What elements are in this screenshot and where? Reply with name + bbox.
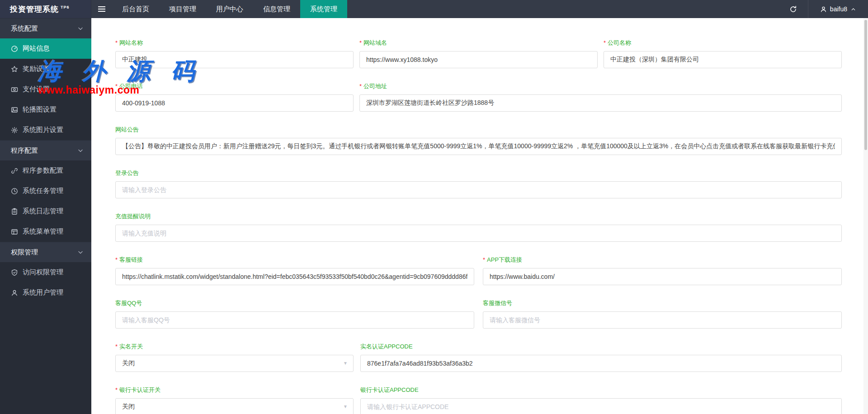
user-menu[interactable]: baifu8: [808, 0, 868, 18]
star-icon: [11, 66, 18, 73]
tab-projects[interactable]: 项目管理: [159, 0, 206, 18]
sidebar-item-label: 系统菜单管理: [23, 227, 63, 236]
sidebar-item-system-images[interactable]: 系统图片设置: [0, 120, 91, 140]
sidebar-item-program-params[interactable]: 程序参数配置: [0, 160, 91, 181]
sidebar-section-program-config[interactable]: 程序配置: [0, 140, 91, 160]
sidebar-item-label: 支付设置: [23, 85, 50, 94]
field-app-download-link: *APP下载连接: [483, 256, 842, 285]
required-asterisk: *: [604, 39, 606, 46]
sidebar-item-system-logs[interactable]: 系统日志管理: [0, 201, 91, 221]
field-company-phone: *公司电话: [115, 82, 354, 112]
required-asterisk: *: [359, 39, 362, 46]
sidebar-item-carousel-settings[interactable]: 轮播图设置: [0, 99, 91, 120]
field-label: 银行卡认证APPCODE: [360, 386, 419, 393]
sidebar-item-system-menus[interactable]: 系统菜单管理: [0, 221, 91, 242]
company-phone-input[interactable]: [115, 94, 354, 112]
tab-user-center[interactable]: 用户中心: [206, 0, 253, 18]
select-value: 关闭: [122, 403, 135, 411]
dropdown-arrow-icon: ▼: [343, 405, 348, 409]
sidebar-item-site-info[interactable]: 网站信息: [0, 38, 91, 59]
tab-dashboard[interactable]: 后台首页: [112, 0, 159, 18]
login-announcement-input[interactable]: [115, 181, 842, 198]
required-asterisk: *: [115, 83, 118, 89]
top-header: 投资管理系统 TP6 后台首页 项目管理 用户中心 信息管理 系统管理 baif…: [0, 0, 868, 18]
site-name-input[interactable]: [115, 51, 354, 68]
required-asterisk: *: [483, 256, 485, 263]
sidebar-item-system-users[interactable]: 系统用户管理: [0, 282, 91, 303]
field-label: 公司电话: [119, 83, 143, 89]
service-qq-input[interactable]: [115, 311, 474, 329]
bankcard-appcode-input[interactable]: [360, 398, 842, 414]
select-value: 关闭: [122, 359, 135, 367]
field-site-name: *网站名称: [115, 39, 354, 68]
app-download-link-input[interactable]: [483, 268, 842, 285]
main-content: *网站名称 *网站域名 *公司名称 *公司电话 *公司地址: [91, 18, 868, 414]
field-realname-appcode: 实名认证APPCODE: [360, 343, 842, 372]
app-title: 投资管理系统: [10, 4, 59, 14]
chevron-up-icon: [850, 6, 856, 12]
sidebar-toggle-icon[interactable]: [91, 0, 112, 18]
dropdown-arrow-icon: ▼: [343, 361, 348, 366]
bankcard-switch-select[interactable]: 关闭 ▼: [115, 398, 354, 414]
field-label: 网站域名: [363, 39, 387, 46]
sidebar-item-access-permissions[interactable]: 访问权限管理: [0, 262, 91, 282]
realname-switch-select[interactable]: 关闭 ▼: [115, 355, 354, 372]
sidebar-item-label: 系统用户管理: [23, 288, 63, 297]
required-asterisk: *: [115, 343, 118, 350]
menu-icon: [11, 228, 18, 235]
scrollbar-thumb[interactable]: [864, 20, 867, 150]
field-recharge-notice: 充值提醒说明: [115, 212, 842, 242]
sidebar-item-system-tasks[interactable]: 系统任务管理: [0, 181, 91, 201]
field-label: 客服QQ号: [115, 300, 142, 306]
sidebar-item-reward-settings[interactable]: 奖励设置: [0, 59, 91, 79]
field-label: 网站公告: [115, 126, 139, 133]
company-address-input[interactable]: [359, 94, 842, 112]
app-logo: 投资管理系统 TP6: [0, 0, 91, 18]
image-icon: [11, 106, 18, 113]
tab-information[interactable]: 信息管理: [253, 0, 300, 18]
required-asterisk: *: [115, 256, 118, 263]
field-service-wechat: 客服微信号: [483, 299, 842, 329]
field-service-link: *客服链接: [115, 256, 474, 285]
field-label: 银行卡认证开关: [119, 386, 160, 393]
top-nav: 后台首页 项目管理 用户中心 信息管理 系统管理: [112, 0, 347, 18]
field-site-domain: *网站域名: [359, 39, 598, 68]
sidebar-section-permissions[interactable]: 权限管理: [0, 242, 91, 262]
company-name-input[interactable]: [604, 51, 842, 68]
field-label: 实名开关: [119, 343, 143, 350]
tab-system[interactable]: 系统管理: [300, 0, 347, 18]
shield-icon: [11, 269, 18, 276]
dashboard-icon: [11, 45, 18, 52]
recharge-notice-input[interactable]: [115, 225, 842, 242]
site-announcement-input[interactable]: [115, 138, 842, 155]
field-site-announcement: 网站公告: [115, 126, 842, 155]
sidebar-item-payment-settings[interactable]: 支付设置: [0, 79, 91, 99]
sidebar-item-label: 轮播图设置: [23, 105, 57, 114]
chevron-down-icon: [77, 147, 84, 154]
sidebar-item-label: 访问权限管理: [23, 268, 63, 277]
username: baifu8: [830, 5, 847, 13]
realname-appcode-input[interactable]: [360, 355, 842, 372]
site-info-form: *网站名称 *网站域名 *公司名称 *公司电话 *公司地址: [91, 18, 868, 414]
service-link-input[interactable]: [115, 268, 474, 285]
sidebar-section-system-config[interactable]: 系统配置: [0, 18, 91, 38]
field-label: 客服微信号: [483, 300, 512, 306]
sidebar-item-label: 奖励设置: [23, 65, 50, 73]
log-icon: [11, 208, 18, 215]
field-label: 公司名称: [608, 39, 631, 46]
field-realname-switch: *实名开关 关闭 ▼: [115, 343, 354, 372]
refresh-icon[interactable]: [779, 0, 808, 18]
sidebar-item-label: 系统日志管理: [23, 207, 63, 216]
app-version-badge: TP6: [61, 5, 70, 9]
service-wechat-input[interactable]: [483, 311, 842, 329]
site-domain-input[interactable]: [359, 51, 598, 68]
section-label: 系统配置: [11, 24, 38, 33]
sidebar-item-label: 系统任务管理: [23, 187, 63, 195]
field-bankcard-appcode: 银行卡认证APPCODE: [360, 386, 842, 414]
field-label: 客服链接: [119, 256, 143, 263]
field-label: 网站名称: [119, 39, 143, 46]
section-label: 程序配置: [11, 146, 38, 155]
user-avatar-icon: [820, 6, 827, 13]
scrollbar-track[interactable]: [863, 18, 868, 414]
chevron-down-icon: [77, 25, 84, 32]
